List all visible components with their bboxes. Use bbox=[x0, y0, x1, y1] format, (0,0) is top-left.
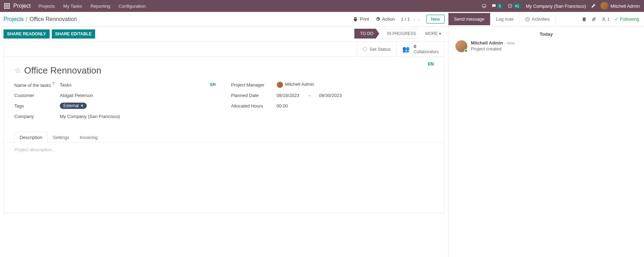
activities-nav-icon[interactable]: 41 bbox=[508, 4, 521, 8]
collaborators-label: Collaborators bbox=[414, 49, 439, 54]
log-note-button[interactable]: Log note bbox=[490, 13, 520, 25]
pager-prev[interactable]: ‹ bbox=[413, 16, 415, 22]
svg-point-3 bbox=[603, 18, 605, 19]
message-avatar[interactable] bbox=[455, 40, 467, 52]
nav-my-tasks[interactable]: My Tasks bbox=[63, 4, 82, 9]
pager: 1 / 1 ‹ › bbox=[401, 16, 420, 22]
description-placeholder: Project description... bbox=[14, 147, 56, 152]
field-company[interactable]: My Company (San Francisco) bbox=[60, 114, 217, 119]
message-time: - now bbox=[504, 41, 515, 46]
stage-more[interactable]: MORE ▾ bbox=[422, 29, 445, 38]
collaborators-button[interactable]: 👥 0 Collaborators bbox=[396, 42, 444, 56]
stage-bar: TO DO IN PROGRESS MORE ▾ bbox=[355, 29, 445, 39]
field-project-manager[interactable]: Mitchell Admin bbox=[277, 82, 434, 88]
breadcrumb-current: Office Rennovation bbox=[29, 16, 77, 22]
company-selector[interactable]: My Company (San Francisco) bbox=[526, 4, 586, 9]
field-customer[interactable]: Abigail Peterson bbox=[60, 93, 217, 98]
form-sheet: Set Status 👥 0 Collaborators ☆ Office Re… bbox=[3, 41, 445, 213]
label-tags: Tags bbox=[14, 103, 60, 109]
new-button[interactable]: New bbox=[426, 15, 445, 23]
project-title[interactable]: Office Rennovation bbox=[24, 65, 101, 76]
user-menu[interactable]: Mitchell Admin bbox=[601, 2, 640, 10]
pager-next[interactable]: › bbox=[418, 16, 420, 22]
collaborators-count: 0 bbox=[414, 44, 439, 49]
journal-icon[interactable] bbox=[582, 17, 587, 22]
breadcrumb-row: Projects / Office Rennovation Print Acti… bbox=[0, 12, 448, 27]
messaging-icon[interactable]: 5 bbox=[491, 4, 503, 8]
stage-in-progress[interactable]: IN PROGRESS bbox=[379, 29, 422, 39]
favorite-star-icon[interactable]: ☆ bbox=[14, 66, 21, 75]
chat-date-separator: Today bbox=[455, 32, 637, 37]
help-icon[interactable]: ? bbox=[52, 82, 54, 86]
follower-count: 1 bbox=[607, 16, 610, 22]
field-planned-date[interactable]: 08/18/2023 → 09/30/2023 bbox=[277, 93, 434, 98]
label-task-name: Name of the tasks ? bbox=[14, 82, 60, 88]
activities-button[interactable]: Activities bbox=[519, 13, 555, 25]
breadcrumb-parent[interactable]: Projects bbox=[3, 16, 24, 22]
nav-projects[interactable]: Projects bbox=[38, 4, 55, 9]
label-allocated-hours: Allocated Hours bbox=[231, 103, 277, 109]
gear-icon bbox=[375, 17, 380, 22]
print-icon bbox=[353, 17, 358, 22]
tag-remove-icon[interactable]: × bbox=[81, 103, 85, 108]
pm-avatar bbox=[277, 82, 283, 88]
task-lang-badge[interactable]: EN bbox=[210, 82, 215, 86]
set-status-label: Set Status bbox=[370, 47, 391, 52]
share-editable-button[interactable]: SHARE EDITABLE bbox=[52, 29, 95, 39]
followers-button[interactable]: 1 bbox=[601, 16, 610, 22]
tab-description[interactable]: Description bbox=[14, 132, 48, 143]
activity-badge: 41 bbox=[513, 4, 521, 8]
tab-content[interactable]: Project description... bbox=[4, 143, 444, 213]
breadcrumb-separator: / bbox=[26, 16, 27, 22]
following-button[interactable]: ✓ Following bbox=[615, 16, 639, 22]
status-dot-icon bbox=[363, 47, 367, 51]
date-start[interactable]: 08/18/2023 bbox=[277, 93, 299, 98]
check-icon: ✓ bbox=[615, 16, 618, 22]
stage-todo[interactable]: TO DO bbox=[354, 29, 380, 39]
person-icon bbox=[601, 17, 606, 22]
attachment-icon[interactable] bbox=[592, 17, 596, 22]
print-button[interactable]: Print bbox=[353, 16, 369, 22]
field-task-name[interactable]: TasksEN bbox=[60, 82, 217, 88]
support-icon[interactable] bbox=[482, 4, 487, 8]
nav-configuration[interactable]: Configuration bbox=[119, 4, 146, 9]
print-label: Print bbox=[360, 16, 369, 22]
nav-links: Projects My Tasks Reporting Configuratio… bbox=[38, 4, 146, 9]
message-author[interactable]: Mitchell Admin bbox=[471, 40, 503, 46]
svg-point-0 bbox=[482, 4, 486, 8]
top-navbar: Project Projects My Tasks Reporting Conf… bbox=[0, 0, 644, 12]
message: Mitchell Admin - now Project created bbox=[455, 40, 637, 52]
label-company: Company bbox=[14, 114, 60, 119]
debug-icon[interactable] bbox=[591, 4, 596, 8]
title-lang-badge[interactable]: EN bbox=[428, 62, 434, 67]
tab-settings[interactable]: Settings bbox=[48, 132, 75, 143]
collaborators-icon: 👥 bbox=[402, 46, 410, 53]
tab-invoicing[interactable]: Invoicing bbox=[75, 132, 103, 143]
user-avatar bbox=[601, 2, 608, 10]
nav-right: 5 41 My Company (San Francisco) Mitchell… bbox=[482, 2, 640, 10]
message-body: Project created bbox=[471, 46, 515, 51]
apps-icon[interactable] bbox=[4, 3, 10, 9]
presence-dot-icon bbox=[464, 49, 468, 53]
pager-text[interactable]: 1 / 1 bbox=[401, 16, 410, 22]
user-name: Mitchell Admin bbox=[610, 4, 640, 9]
field-tags[interactable]: External × bbox=[60, 103, 217, 109]
chatter-panel: Send message Log note Activities 1 ✓ Fol… bbox=[448, 12, 644, 257]
chevron-down-icon: ▾ bbox=[439, 31, 441, 36]
send-message-button[interactable]: Send message bbox=[448, 13, 490, 25]
field-allocated-hours[interactable]: 00:00 bbox=[277, 103, 434, 109]
label-project-manager: Project Manager bbox=[231, 82, 277, 88]
share-readonly-button[interactable]: SHARE READONLY bbox=[3, 29, 50, 39]
app-name[interactable]: Project bbox=[13, 3, 31, 9]
date-end[interactable]: 09/30/2023 bbox=[319, 93, 342, 98]
nav-reporting[interactable]: Reporting bbox=[91, 4, 110, 9]
set-status-button[interactable]: Set Status bbox=[357, 42, 396, 56]
clock-icon bbox=[525, 17, 530, 22]
share-row: SHARE READONLY SHARE EDITABLE TO DO IN P… bbox=[0, 27, 448, 41]
tabs: Description Settings Invoicing bbox=[4, 131, 444, 143]
tag-external: External × bbox=[60, 103, 87, 109]
label-customer: Customer bbox=[14, 93, 60, 98]
action-label: Action bbox=[382, 16, 395, 22]
label-planned-date: Planned Date bbox=[231, 93, 277, 98]
action-button[interactable]: Action bbox=[375, 16, 395, 22]
